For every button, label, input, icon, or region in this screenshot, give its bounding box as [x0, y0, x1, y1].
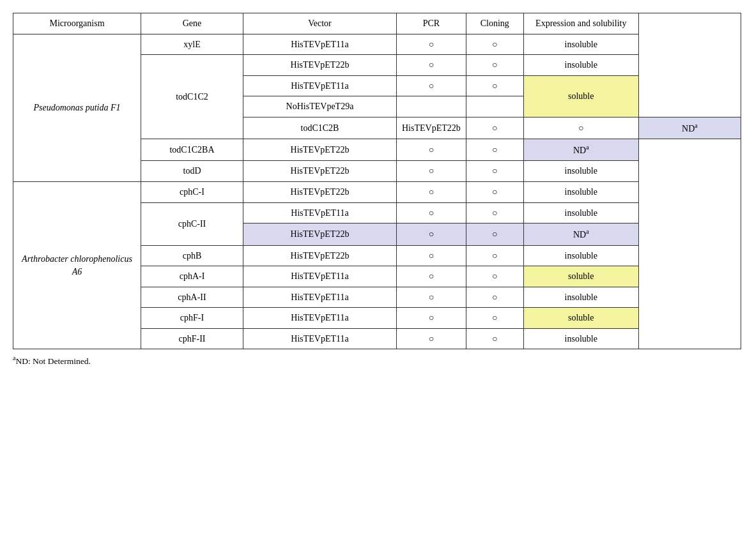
- pcr-todd: ○: [397, 161, 466, 182]
- pcr-cphai: ○: [397, 266, 466, 287]
- cloning-todd: ○: [466, 161, 523, 182]
- expression-cphcii-1: insoluble: [523, 202, 638, 223]
- vector-todc1c2ba: HisTEVpET22b: [243, 139, 397, 161]
- gene-xyle: xylE: [141, 34, 243, 55]
- expression-cphfii: insoluble: [523, 328, 638, 349]
- expression-todd: insoluble: [523, 161, 638, 182]
- gene-cphaii: cphA‑II: [141, 287, 243, 308]
- pcr-xyle: ○: [397, 34, 466, 55]
- vector-cphb: HisTEVpET22b: [243, 245, 397, 266]
- cloning-cphfii: ○: [466, 328, 523, 349]
- cloning-todc1c2-3: [466, 96, 523, 117]
- gene-cphfii: cphF‑II: [141, 328, 243, 349]
- gene-cphb: cphB: [141, 245, 243, 266]
- vector-todc1c2-3: NoHisTEVpeT29a: [243, 96, 397, 117]
- pcr-cphb: ○: [397, 245, 466, 266]
- vector-cphfi: HisTEVpET11a: [243, 308, 397, 329]
- cloning-todc1c2-1: ○: [466, 55, 523, 76]
- header-cloning: Cloning: [466, 13, 523, 34]
- pcr-todc1c2-2: ○: [397, 75, 466, 96]
- pcr-todc1c2ba: ○: [397, 139, 466, 161]
- gene-todc1c2ba: todC1C2BA: [141, 139, 243, 161]
- cloning-todc1c2-2: ○: [466, 75, 523, 96]
- expression-cphcii-2: NDa: [523, 223, 638, 245]
- gene-todc1c2: todC1C2: [141, 55, 243, 139]
- microorganism-arthrobacter: Arthrobacter chlorophenolicus A6: [13, 182, 141, 349]
- vector-todc1c2-2: HisTEVpET11a: [243, 75, 397, 96]
- cloning-cphaii: ○: [466, 287, 523, 308]
- cloning-cphcii-2: ○: [466, 223, 523, 245]
- pcr-cphcii-2: ○: [397, 223, 466, 245]
- cloning-cphai: ○: [466, 266, 523, 287]
- cloning-xyle: ○: [466, 34, 523, 55]
- gene-cphai: cphA‑I: [141, 266, 243, 287]
- vector-cphfii: HisTEVpET11a: [243, 328, 397, 349]
- table-wrapper: Microorganism Gene Vector PCR Cloning Ex…: [13, 13, 741, 367]
- gene-todc1c2b: todC1C2B: [243, 117, 397, 139]
- expression-cphaii: insoluble: [523, 287, 638, 308]
- pcr-todc1c2-3: [397, 96, 466, 117]
- gene-cphcii: cphC‑II: [141, 202, 243, 245]
- vector-todd: HisTEVpET22b: [243, 161, 397, 182]
- expression-cphci: insoluble: [523, 182, 638, 203]
- vector-cphcii-2: HisTEVpET22b: [243, 223, 397, 245]
- cloning-cphb: ○: [466, 245, 523, 266]
- vector-cphcii-1: HisTEVpET11a: [243, 202, 397, 223]
- microorganism-pseudomonas: Pseudomonas putida F1: [13, 34, 141, 181]
- gene-cphfi: cphF‑I: [141, 308, 243, 329]
- header-expression: Expression and solubility: [523, 13, 638, 34]
- pcr-cphaii: ○: [397, 287, 466, 308]
- cloning-cphci: ○: [466, 182, 523, 203]
- vector-cphai: HisTEVpET11a: [243, 266, 397, 287]
- pcr-cphfi: ○: [397, 308, 466, 329]
- expression-todc1c2ba: NDa: [523, 139, 638, 161]
- header-vector: Vector: [243, 13, 397, 34]
- gene-todd: todD: [141, 161, 243, 182]
- cloning-cphcii-1: ○: [466, 202, 523, 223]
- expression-todc1c2-soluble: soluble: [523, 75, 638, 117]
- cloning-cphfi: ○: [466, 308, 523, 329]
- expression-cphb: insoluble: [523, 245, 638, 266]
- cloning-todc1c2ba: ○: [466, 139, 523, 161]
- pcr-cphfii: ○: [397, 328, 466, 349]
- pcr-todc1c2b: ○: [466, 117, 523, 139]
- footnote: aND: Not Determined.: [13, 354, 741, 367]
- expression-cphai: soluble: [523, 266, 638, 287]
- cloning-todc1c2b: ○: [523, 117, 638, 139]
- vector-xyle: HisTEVpET11a: [243, 34, 397, 55]
- expression-xyle: insoluble: [523, 34, 638, 55]
- vector-todc1c2-1: HisTEVpET22b: [243, 55, 397, 76]
- header-pcr: PCR: [397, 13, 466, 34]
- vector-todc1c2b: HisTEVpET22b: [397, 117, 466, 139]
- header-microorganism: Microorganism: [13, 13, 141, 34]
- gene-cphci: cphC‑I: [141, 182, 243, 203]
- expression-todc1c2b: NDa: [638, 117, 741, 139]
- main-table: Microorganism Gene Vector PCR Cloning Ex…: [13, 13, 741, 349]
- vector-cphaii: HisTEVpET11a: [243, 287, 397, 308]
- expression-cphfi: soluble: [523, 308, 638, 329]
- pcr-cphcii-1: ○: [397, 202, 466, 223]
- pcr-cphci: ○: [397, 182, 466, 203]
- header-gene: Gene: [141, 13, 243, 34]
- vector-cphci: HisTEVpET22b: [243, 182, 397, 203]
- expression-todc1c2-1: insoluble: [523, 55, 638, 76]
- pcr-todc1c2-1: ○: [397, 55, 466, 76]
